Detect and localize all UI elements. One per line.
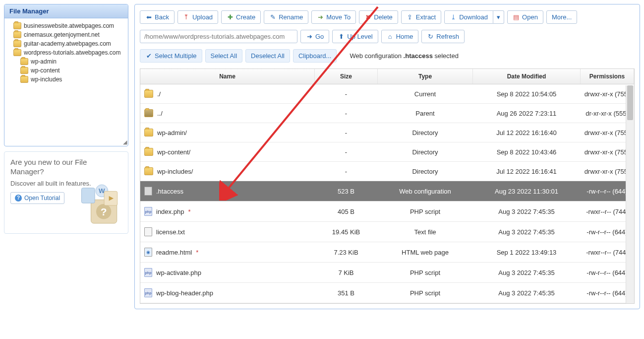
file-date: Aug 3 2022 7:45:35 bbox=[473, 283, 581, 303]
file-size: - bbox=[315, 142, 378, 162]
go-button[interactable]: ➜Go bbox=[300, 30, 329, 43]
main-panel: ⬅Back ⤒Upload ✚Create ✎Rename ➜Move To ✖… bbox=[134, 4, 640, 309]
table-row[interactable]: wp-admin/-DirectoryJul 12 2022 16:16:40d… bbox=[140, 123, 634, 142]
file-tree-panel: File Manager businesswebsite.atwebpages.… bbox=[4, 4, 128, 146]
up-level-button[interactable]: ⬆Up Level bbox=[332, 30, 378, 43]
tree-item[interactable]: wordpress-tutorials.atwebpages.com bbox=[6, 48, 126, 57]
svg-text:?: ? bbox=[101, 206, 107, 217]
folder-icon bbox=[13, 31, 21, 38]
upload-button[interactable]: ⤒Upload bbox=[177, 10, 218, 24]
scroll-thumb[interactable] bbox=[627, 85, 633, 120]
tree-label: wordpress-tutorials.atwebpages.com bbox=[24, 49, 120, 56]
table-row[interactable]: phpindex.php*405 BPHP scriptAug 3 2022 7… bbox=[140, 202, 634, 222]
file-type: Web configuration bbox=[378, 181, 473, 202]
file-size: 523 B bbox=[315, 181, 378, 202]
file-listing: Name Size Type Date Modified Permissions… bbox=[140, 68, 635, 304]
tree-label: wp-includes bbox=[31, 76, 62, 83]
tree-item[interactable]: wp-includes bbox=[6, 75, 126, 84]
file-name: wp-admin/ bbox=[157, 129, 187, 136]
table-row[interactable]: phpwp-activate.php7 KiBPHP scriptAug 3 2… bbox=[140, 263, 634, 283]
deselect-all-button[interactable]: Deselect All bbox=[245, 49, 290, 63]
scrollbar[interactable] bbox=[626, 85, 634, 303]
file-size: - bbox=[315, 104, 378, 123]
folder-icon bbox=[144, 148, 153, 156]
col-name[interactable]: Name bbox=[140, 69, 315, 84]
tree-item[interactable]: businesswebsite.atwebpages.com bbox=[6, 21, 126, 30]
open-button[interactable]: ▤Open bbox=[507, 10, 543, 24]
folder-icon bbox=[20, 76, 28, 83]
extract-button[interactable]: ⇪Extract bbox=[401, 10, 441, 24]
tree-item[interactable]: guitar-academy.atwebpages.com bbox=[6, 39, 126, 48]
extract-icon: ⇪ bbox=[407, 14, 413, 21]
tutorial-promo: Are you new to our File Manager? Discove… bbox=[4, 151, 128, 234]
file-name: readme.html bbox=[156, 249, 192, 256]
folder-tree: businesswebsite.atwebpages.comcinemasux.… bbox=[4, 18, 128, 138]
back-button[interactable]: ⬅Back bbox=[140, 10, 175, 24]
rename-icon: ✎ bbox=[269, 14, 276, 21]
refresh-button[interactable]: ↻Refresh bbox=[421, 30, 465, 43]
file-date: Jul 12 2022 16:16:41 bbox=[473, 162, 581, 181]
table-row[interactable]: license.txt19.45 KiBText fileAug 3 2022 … bbox=[140, 222, 634, 242]
tree-item[interactable]: wp-admin bbox=[6, 57, 126, 66]
table-row[interactable]: .htaccess523 BWeb configurationAug 23 20… bbox=[140, 181, 634, 202]
clipboard-button[interactable]: Clipboard... bbox=[293, 49, 337, 63]
download-caret[interactable]: ▾ bbox=[493, 10, 504, 24]
html-file-icon: ◉ bbox=[144, 248, 152, 257]
tree-label: businesswebsite.atwebpages.com bbox=[24, 22, 114, 29]
go-icon: ➜ bbox=[306, 33, 313, 40]
col-date[interactable]: Date Modified bbox=[473, 69, 581, 84]
file-size: 7 KiB bbox=[315, 263, 378, 283]
delete-button[interactable]: ✖Delete bbox=[359, 10, 398, 24]
file-date: Aug 26 2022 7:23:11 bbox=[473, 104, 581, 123]
file-type: Text file bbox=[378, 222, 473, 242]
home-button[interactable]: ⌂Home bbox=[381, 30, 419, 43]
file-size: 19.45 KiB bbox=[315, 222, 378, 242]
open-tutorial-button[interactable]: ? Open Tutorial bbox=[10, 192, 64, 204]
select-all-button[interactable]: Select All bbox=[205, 49, 242, 63]
table-row[interactable]: wp-includes/-DirectoryJul 12 2022 16:16:… bbox=[140, 162, 634, 181]
file-date: Aug 3 2022 7:45:35 bbox=[473, 263, 581, 283]
resize-handle[interactable]: ◢ bbox=[4, 138, 128, 146]
rename-button[interactable]: ✎Rename bbox=[264, 10, 308, 24]
table-row[interactable]: wp-content/-DirectorySep 8 2022 10:43:46… bbox=[140, 142, 634, 162]
selection-toolbar: ✔Select Multiple Select All Deselect All… bbox=[140, 49, 635, 63]
path-toolbar: ➜Go ⬆Up Level ⌂Home ↻Refresh bbox=[140, 30, 635, 43]
col-type[interactable]: Type bbox=[378, 69, 473, 84]
tree-label: wp-content bbox=[31, 67, 60, 74]
col-perm[interactable]: Permissions bbox=[581, 69, 634, 84]
col-size[interactable]: Size bbox=[315, 69, 378, 84]
php-file-icon: php bbox=[144, 268, 152, 277]
move-button[interactable]: ➜Move To bbox=[311, 10, 356, 24]
up-icon: ⬆ bbox=[338, 33, 345, 40]
more-button[interactable]: More... bbox=[546, 10, 577, 24]
panel-title: File Manager bbox=[4, 4, 128, 18]
file-date: Sep 8 2022 10:54:05 bbox=[473, 84, 581, 104]
file-type: PHP script bbox=[378, 263, 473, 283]
table-row[interactable]: ◉readme.html*7.23 KiBHTML web pageSep 1 … bbox=[140, 242, 634, 263]
back-icon: ⬅ bbox=[145, 14, 152, 21]
selection-status: Web configuration .htaccess selected bbox=[350, 52, 458, 60]
select-multiple-button[interactable]: ✔Select Multiple bbox=[140, 49, 202, 63]
table-row[interactable]: ./-CurrentSep 8 2022 10:54:05drwxr-xr-x … bbox=[140, 84, 634, 104]
download-button[interactable]: ⤓Download bbox=[444, 10, 493, 24]
file-name: .htaccess bbox=[156, 188, 183, 195]
file-type: PHP script bbox=[378, 202, 473, 222]
tree-item[interactable]: wp-content bbox=[6, 66, 126, 75]
refresh-icon: ↻ bbox=[427, 33, 434, 40]
create-button[interactable]: ✚Create bbox=[221, 10, 261, 24]
file-type: Directory bbox=[378, 123, 473, 142]
tree-label: wp-admin bbox=[31, 58, 57, 65]
table-row[interactable]: phpwp-blog-header.php351 BPHP scriptAug … bbox=[140, 283, 634, 303]
file-name: wp-blog-header.php bbox=[156, 289, 213, 297]
file-date: Aug 3 2022 7:45:35 bbox=[473, 222, 581, 242]
tree-item[interactable]: cinemasux.getenjoyment.net bbox=[6, 30, 126, 39]
php-file-icon: php bbox=[144, 288, 152, 297]
open-icon: ▤ bbox=[513, 14, 520, 21]
table-row[interactable]: ../-ParentAug 26 2022 7:23:11dr-xr-xr-x … bbox=[140, 104, 634, 123]
php-file-icon: php bbox=[144, 207, 152, 216]
folder-icon bbox=[20, 67, 28, 74]
file-name: ./ bbox=[157, 90, 161, 98]
path-input[interactable] bbox=[140, 30, 297, 43]
file-size: - bbox=[315, 123, 378, 142]
file-name: wp-content/ bbox=[157, 148, 190, 156]
